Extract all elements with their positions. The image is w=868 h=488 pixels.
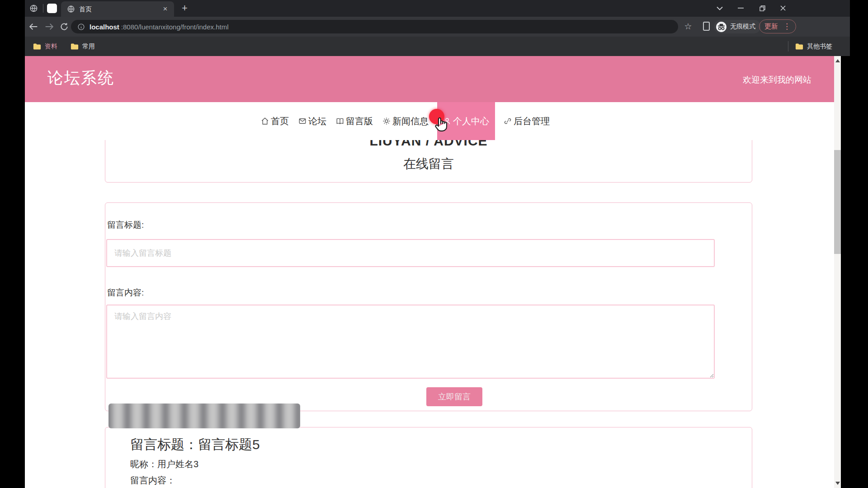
update-button[interactable]: 更新 ⋮: [759, 19, 796, 33]
kebab-menu-icon[interactable]: ⋮: [783, 23, 791, 30]
nav-item-home[interactable]: 首页: [260, 102, 290, 140]
window-chevron-button[interactable]: [713, 2, 726, 14]
browser-window: 首页 × +: [25, 0, 850, 488]
info-icon: [77, 23, 85, 31]
nav-item-message-board[interactable]: 留言版: [335, 102, 374, 140]
blurred-watermark: [108, 404, 300, 428]
incognito-badge: 无痕模式: [714, 20, 761, 33]
message-nickname: 昵称：用户姓名3: [130, 458, 198, 470]
update-label: 更新: [764, 22, 778, 31]
tab-close-icon[interactable]: ×: [160, 4, 170, 14]
favicon-globe-icon: [67, 5, 75, 13]
nav-label: 论坛: [308, 115, 326, 127]
title-field-label: 留言标题:: [107, 219, 144, 231]
nav-label: 首页: [271, 115, 289, 127]
bookmark-label: 常用: [82, 42, 95, 51]
reload-button[interactable]: [57, 20, 71, 33]
site-logo: 论坛系统: [47, 67, 114, 89]
content-field-label: 留言内容:: [107, 287, 144, 299]
restore-icon: [760, 5, 765, 11]
folder-icon: [33, 43, 41, 50]
window-close-button[interactable]: [776, 2, 790, 14]
folder-icon: [71, 43, 79, 50]
active-tab[interactable]: 首页 ×: [61, 1, 174, 17]
bookmark-star-icon[interactable]: ☆: [681, 20, 695, 33]
message-content-textarea[interactable]: [106, 305, 715, 379]
link-icon: [504, 117, 512, 125]
window-restore-button[interactable]: [755, 2, 769, 14]
window-minimize-button[interactable]: [734, 2, 747, 14]
address-bar[interactable]: localhost :8080/luentanxitong/front/inde…: [71, 20, 678, 33]
hand-cursor-icon: [433, 116, 450, 133]
news-gear-icon: [382, 117, 391, 125]
close-icon: [780, 5, 786, 11]
page-scrollbar[interactable]: [834, 56, 841, 488]
bookmark-folder-changyong[interactable]: 常用: [71, 37, 95, 56]
scroll-up-arrow-icon[interactable]: [835, 59, 840, 62]
tabstrip-divider: [43, 4, 43, 13]
back-button[interactable]: [27, 20, 40, 33]
chevron-down-icon: [717, 6, 723, 10]
tab-strip: 首页 × +: [25, 0, 850, 17]
bookmarks-bar: 资料 常用 其他书签: [25, 37, 850, 56]
pinned-tab[interactable]: [47, 4, 57, 13]
welcome-text: 欢迎来到我的网站: [743, 74, 811, 86]
nav-label: 个人中心: [453, 115, 489, 127]
forward-arrow-icon: [45, 23, 54, 31]
message-title: 留言标题：留言标题5: [130, 436, 260, 454]
minimize-icon: [738, 8, 744, 9]
nav-label: 新闻信息: [392, 115, 429, 127]
message-item-card: 留言标题：留言标题5 昵称：用户姓名3 留言内容：: [105, 427, 752, 488]
bookmark-label: 资料: [45, 42, 57, 51]
message-content-label: 留言内容：: [130, 474, 175, 487]
bookmarks-divider: [788, 41, 788, 52]
other-bookmarks-label: 其他书签: [807, 42, 832, 51]
nav-item-admin[interactable]: 后台管理: [503, 102, 551, 140]
incognito-label: 无痕模式: [730, 23, 755, 31]
nav-label: 后台管理: [514, 115, 550, 127]
reload-icon: [60, 22, 69, 31]
message-title-input[interactable]: [106, 239, 715, 267]
browser-logo-globe-icon: [29, 4, 38, 13]
web-page: 论坛系统 欢迎来到我的网站 LIUYAN / ADVICE 在线留言 首页 论坛…: [25, 56, 841, 488]
browser-toolbar: localhost :8080/luentanxitong/front/inde…: [25, 17, 850, 37]
message-form-card: 留言标题: 留言内容: 立即留言: [105, 202, 752, 411]
book-icon: [336, 117, 344, 125]
scroll-down-arrow-icon[interactable]: [835, 482, 840, 485]
submit-message-button[interactable]: 立即留言: [426, 387, 482, 406]
side-panel-icon[interactable]: [703, 22, 710, 31]
nav-item-forum[interactable]: 论坛: [297, 102, 327, 140]
nav-label: 留言版: [346, 115, 373, 127]
other-bookmarks[interactable]: 其他书签: [795, 37, 832, 56]
mail-icon: [298, 117, 307, 125]
new-tab-button[interactable]: +: [179, 2, 191, 14]
home-icon: [261, 117, 269, 125]
forward-button[interactable]: [42, 20, 56, 33]
scrollbar-thumb[interactable]: [834, 150, 841, 254]
url-path: :8080/luentanxitong/front/index.html: [121, 23, 229, 31]
incognito-icon: [716, 21, 727, 33]
hero-title-cn: 在线留言: [105, 155, 752, 173]
nav-item-news[interactable]: 新闻信息: [382, 102, 429, 140]
url-host: localhost: [90, 23, 119, 31]
folder-icon: [795, 43, 803, 50]
site-header: 论坛系统 欢迎来到我的网站: [25, 56, 841, 102]
tab-title: 首页: [79, 5, 92, 14]
bookmark-folder-ziliao[interactable]: 资料: [33, 37, 57, 56]
back-arrow-icon: [29, 23, 38, 31]
nav-menu: 首页 论坛 留言版 新闻信息 个人中心: [260, 102, 551, 140]
